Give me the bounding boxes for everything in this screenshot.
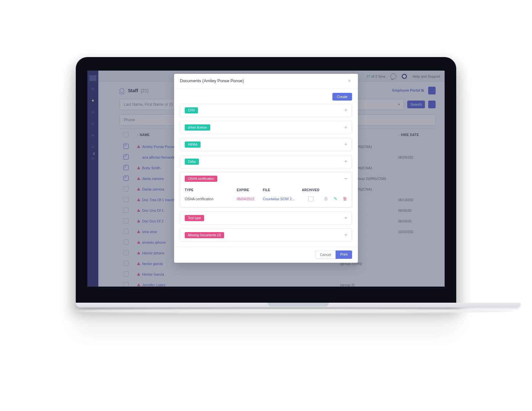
cell-expire: 06/04/2022	[237, 197, 263, 201]
modal-title: Documents (Amiley Ponse Ponse)	[180, 78, 244, 83]
section-badge: Osha	[185, 158, 199, 164]
section-badge: Missing Documents (3)	[185, 232, 224, 238]
section-badge: HIPAA	[185, 141, 201, 147]
archived-checkbox[interactable]	[308, 196, 313, 201]
col-file: FILE	[263, 188, 299, 191]
create-button[interactable]: Create	[332, 93, 352, 100]
screen: d 27 of 2 Sms Help and Support	[87, 70, 445, 286]
section-header[interactable]: Osha+	[185, 158, 347, 164]
cell-file-link[interactable]: Countwise SOW 2...	[263, 197, 299, 201]
delete-icon[interactable]: 🗑	[343, 196, 347, 201]
section-badge: driver license	[185, 124, 210, 130]
cancel-button[interactable]: Cancel	[315, 250, 336, 259]
edit-icon[interactable]: ✎	[334, 196, 338, 201]
expand-icon[interactable]: +	[344, 215, 347, 221]
section-header[interactable]: CPR+	[185, 107, 347, 113]
col-type: TYPE	[185, 188, 237, 191]
close-icon[interactable]: ×	[347, 77, 352, 84]
section-table-header: TYPEEXPIREFILEARCHIVED	[185, 186, 347, 193]
modal-footer: Cancel Print	[174, 247, 358, 262]
expand-icon[interactable]: +	[344, 124, 347, 130]
collapse-icon[interactable]: −	[344, 176, 347, 181]
document-section[interactable]: CPR+	[180, 103, 352, 117]
document-section[interactable]: Missing Documents (3)+	[180, 228, 352, 241]
document-section[interactable]: driver license+	[180, 121, 352, 134]
expand-icon[interactable]: +	[344, 107, 347, 113]
section-header[interactable]: Test type+	[185, 215, 347, 221]
expand-icon[interactable]: +	[344, 232, 347, 238]
cell-archived	[299, 196, 323, 201]
section-header[interactable]: Missing Documents (3)+	[185, 232, 347, 238]
section-badge: OSHA certification	[185, 175, 217, 181]
section-table-row: OSHA certification06/04/2022Countwise SO…	[185, 193, 347, 204]
section-table: TYPEEXPIREFILEARCHIVEDOSHA certification…	[185, 186, 347, 204]
document-section[interactable]: Test type+	[180, 211, 352, 224]
print-icon[interactable]: ⎙	[325, 196, 329, 201]
document-section[interactable]: Osha+	[180, 155, 352, 168]
document-section[interactable]: HIPAA+	[180, 138, 352, 151]
laptop-bezel: d 27 of 2 Sms Help and Support	[76, 57, 456, 302]
document-section[interactable]: OSHA certification−TYPEEXPIREFILEARCHIVE…	[180, 172, 352, 207]
modal-header: Documents (Amiley Ponse Ponse) ×	[174, 73, 358, 88]
modal-body: Create CPR+driver license+HIPAA+Osha+OSH…	[174, 88, 358, 247]
document-sections: CPR+driver license+HIPAA+Osha+OSHA certi…	[180, 103, 352, 241]
section-header[interactable]: driver license+	[185, 124, 347, 130]
laptop-shadow	[76, 308, 514, 313]
cell-type: OSHA certification	[185, 197, 237, 201]
cell-actions: ⎙✎🗑	[323, 196, 347, 201]
laptop-mockup: d 27 of 2 Sms Help and Support	[76, 57, 456, 313]
laptop-base	[76, 302, 521, 307]
section-header[interactable]: OSHA certification−	[185, 175, 347, 181]
col-archived: ARCHIVED	[299, 188, 323, 191]
modal-actions: Create	[180, 93, 352, 100]
expand-icon[interactable]: +	[344, 159, 347, 164]
print-button[interactable]: Print	[336, 250, 352, 259]
laptop-chin	[87, 286, 445, 302]
documents-modal: Documents (Amiley Ponse Ponse) × Create …	[174, 73, 358, 262]
trackpad-notch	[268, 302, 329, 306]
section-header[interactable]: HIPAA+	[185, 141, 347, 147]
section-badge: CPR	[185, 107, 198, 113]
expand-icon[interactable]: +	[344, 142, 347, 147]
col-expire: EXPIRE	[237, 188, 263, 191]
section-badge: Test type	[185, 215, 204, 221]
